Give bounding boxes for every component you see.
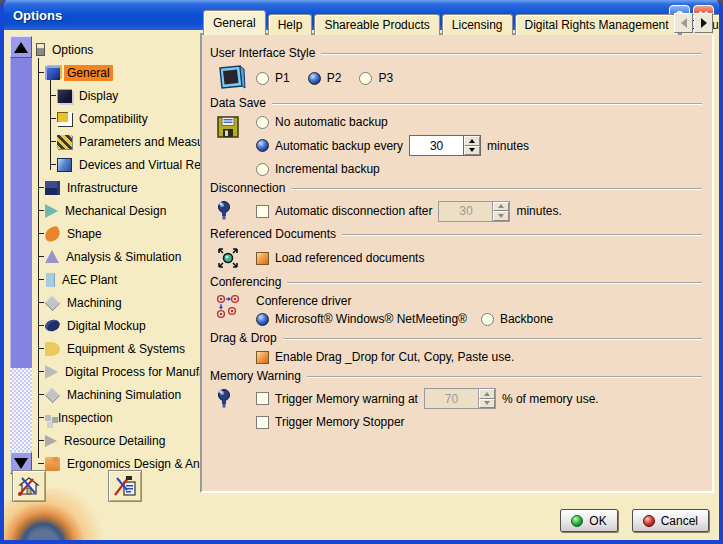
tree-item-digital-process[interactable]: Digital Process for Manufactur bbox=[34, 360, 200, 383]
inspection-icon bbox=[45, 415, 51, 421]
backbone-label: Backbone bbox=[500, 312, 553, 326]
scroll-up-button[interactable] bbox=[10, 36, 32, 58]
cancel-button[interactable]: Cancel bbox=[632, 509, 709, 532]
radio-p3-label: P3 bbox=[378, 71, 393, 85]
backup-interval-value[interactable]: 30 bbox=[410, 136, 463, 155]
load-referenced-documents-checkbox[interactable] bbox=[256, 252, 269, 265]
document-tools-button[interactable] bbox=[108, 470, 142, 502]
tree-item-parameters-measure[interactable]: Parameters and Measure bbox=[34, 130, 200, 153]
tree-item-digital-mockup[interactable]: Digital Mockup bbox=[34, 314, 200, 337]
tab-scroll-left-button[interactable] bbox=[674, 13, 693, 33]
spin-down-button bbox=[479, 399, 495, 409]
left-arrow-icon bbox=[681, 18, 687, 28]
spin-up-button bbox=[479, 389, 495, 399]
tree-item-label: Resource Detailing bbox=[61, 433, 168, 449]
tree-item-label: Display bbox=[76, 88, 121, 104]
tree-item-machining[interactable]: Machining bbox=[34, 291, 200, 314]
spin-down-button[interactable] bbox=[464, 146, 480, 156]
percent-memory-label: % of memory use. bbox=[502, 392, 599, 406]
tree-connector bbox=[38, 233, 44, 234]
incremental-backup-label: Incremental backup bbox=[275, 162, 380, 176]
mechanical-design-icon bbox=[45, 204, 58, 218]
tree-item-mechanical-design[interactable]: Mechanical Design bbox=[34, 199, 200, 222]
radio-p2-label: P2 bbox=[327, 71, 342, 85]
tree-item-general[interactable]: General bbox=[34, 61, 200, 84]
section-rule bbox=[283, 338, 702, 339]
tab-scroll-right-button[interactable] bbox=[694, 13, 713, 33]
automatic-disconnection-checkbox[interactable] bbox=[256, 205, 269, 218]
radio-netmeeting[interactable] bbox=[256, 313, 269, 326]
tree-connector bbox=[38, 279, 44, 280]
referenced-documents-icon bbox=[216, 246, 240, 270]
section-drag-drop: Drag & Drop bbox=[210, 331, 704, 345]
section-rule bbox=[321, 53, 702, 54]
equipment-systems-icon bbox=[45, 342, 60, 356]
trigger-memory-warning-checkbox[interactable] bbox=[256, 392, 269, 405]
reset-defaults-button[interactable] bbox=[12, 470, 46, 502]
parameters-measure-icon bbox=[57, 135, 72, 149]
tree-item-devices-vr[interactable]: Devices and Virtual Reality bbox=[34, 153, 200, 176]
options-tree: Options General Display Compatibility P bbox=[34, 38, 200, 475]
tree-item-compatibility[interactable]: Compatibility bbox=[34, 107, 200, 130]
section-disconnection: Disconnection bbox=[210, 181, 704, 195]
spin-up-button[interactable] bbox=[464, 136, 480, 146]
general-tab-panel: User Interface Style P1 P2 P3 Data Save bbox=[200, 33, 714, 493]
radio-p1[interactable] bbox=[256, 72, 269, 85]
radio-incremental-backup[interactable] bbox=[256, 163, 269, 176]
radio-no-automatic-backup[interactable] bbox=[256, 116, 269, 129]
tab-licensing[interactable]: Licensing bbox=[442, 14, 513, 35]
tree-connector bbox=[50, 95, 56, 96]
tree-item-inspection[interactable]: Inspection bbox=[34, 406, 200, 429]
conference-driver-label: Conference driver bbox=[256, 294, 553, 308]
section-title: Drag & Drop bbox=[210, 331, 277, 345]
tree-item-infrastructure[interactable]: Infrastructure bbox=[34, 176, 200, 199]
radio-backbone[interactable] bbox=[481, 313, 494, 326]
tree-item-aec-plant[interactable]: AEC Plant bbox=[34, 268, 200, 291]
tree-item-analysis-simulation[interactable]: Analysis & Simulation bbox=[34, 245, 200, 268]
backup-interval-spinner[interactable]: 30 bbox=[409, 135, 481, 156]
minutes-label: minutes bbox=[487, 139, 529, 153]
ergonomics-icon bbox=[45, 457, 60, 471]
radio-automatic-backup[interactable] bbox=[256, 139, 269, 152]
automatic-backup-label: Automatic backup every bbox=[275, 139, 403, 153]
tree-item-label: Machining Simulation bbox=[64, 387, 184, 403]
tree-item-label: AEC Plant bbox=[59, 272, 120, 288]
tree-connector bbox=[50, 141, 56, 142]
tab-digital-rights-management[interactable]: Digital Rights Management bbox=[515, 14, 679, 35]
tree-connector bbox=[38, 463, 44, 464]
section-title: Memory Warning bbox=[210, 369, 301, 383]
spin-up-button bbox=[493, 202, 509, 212]
tab-help[interactable]: Help bbox=[268, 14, 313, 35]
scrollbar-thumb[interactable] bbox=[10, 58, 32, 368]
digital-process-icon bbox=[45, 365, 58, 379]
scrollbar-track[interactable] bbox=[10, 368, 32, 452]
analysis-simulation-icon bbox=[45, 250, 59, 263]
radio-p2[interactable] bbox=[308, 72, 321, 85]
tree-item-label: General bbox=[64, 65, 113, 81]
tree-item-display[interactable]: Display bbox=[34, 84, 200, 107]
enable-drag-drop-checkbox[interactable] bbox=[256, 351, 269, 364]
section-rule bbox=[272, 103, 702, 104]
memory-warning-percent-spinner: 70 bbox=[424, 388, 496, 409]
section-rule bbox=[287, 282, 702, 283]
minutes-label: minutes. bbox=[516, 204, 561, 218]
tree-scrollbar[interactable] bbox=[10, 36, 32, 476]
tree-connector bbox=[38, 187, 44, 188]
aec-plant-icon bbox=[45, 273, 55, 287]
netmeeting-label: Microsoft® Windows® NetMeeting® bbox=[275, 312, 467, 326]
right-arrow-icon bbox=[701, 18, 707, 28]
tree-item-options-root[interactable]: Options bbox=[34, 38, 200, 61]
radio-p3[interactable] bbox=[359, 72, 372, 85]
up-triangle-icon bbox=[14, 42, 28, 53]
tab-shareable-products[interactable]: Shareable Products bbox=[314, 14, 439, 35]
tree-item-machining-simulation[interactable]: Machining Simulation bbox=[34, 383, 200, 406]
ok-button[interactable]: OK bbox=[560, 509, 617, 532]
tree-item-resource-detailing[interactable]: Resource Detailing bbox=[34, 429, 200, 452]
tree-item-equipment-systems[interactable]: Equipment & Systems bbox=[34, 337, 200, 360]
tree-item-label: Machining bbox=[64, 295, 125, 311]
trigger-memory-warning-label: Trigger Memory warning at bbox=[275, 392, 418, 406]
cancel-button-label: Cancel bbox=[661, 514, 698, 528]
tree-item-shape[interactable]: Shape bbox=[34, 222, 200, 245]
tab-general[interactable]: General bbox=[203, 10, 266, 35]
trigger-memory-stopper-checkbox[interactable] bbox=[256, 416, 269, 429]
